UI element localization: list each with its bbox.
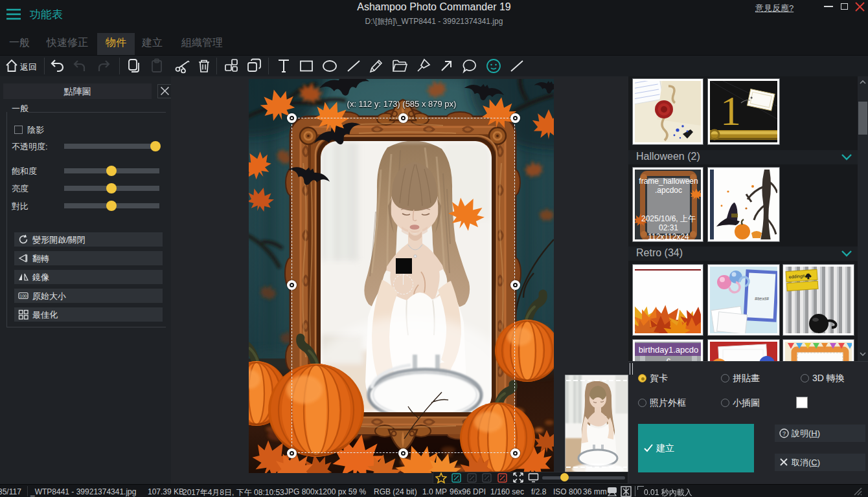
svg-text:100: 100 — [20, 294, 27, 298]
svg-text:?: ? — [782, 430, 786, 437]
svg-text:#text#: #text# — [755, 296, 769, 302]
svg-text:112x112x24: 112x112x24 — [648, 232, 689, 239]
svg-text:2025/10/6, 上午: 2025/10/6, 上午 — [641, 214, 696, 223]
svg-text:birthday1.apcdo: birthday1.apcdo — [639, 345, 699, 355]
svg-text:1: 1 — [720, 88, 741, 134]
svg-text:02:31: 02:31 — [659, 223, 678, 232]
svg-text:frame_halloween: frame_halloween — [639, 177, 698, 186]
svg-text:.apcdoc: .apcdoc — [655, 186, 682, 195]
